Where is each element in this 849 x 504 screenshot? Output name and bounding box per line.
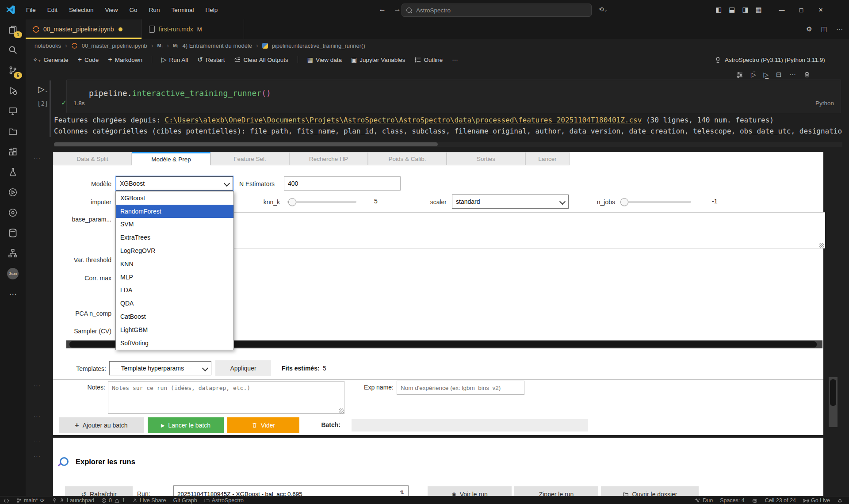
resize-handle[interactable] bbox=[339, 409, 344, 413]
problems-indicator[interactable]: 0 1 bbox=[98, 497, 129, 504]
clear-batch-button[interactable]: Vider bbox=[227, 417, 299, 433]
copilot-button[interactable] bbox=[748, 498, 761, 504]
sidebar-item-extensions[interactable] bbox=[0, 141, 26, 162]
duo-button[interactable]: Duo bbox=[692, 497, 716, 504]
gutter-dots[interactable]: ··· bbox=[34, 382, 41, 389]
sidebar-item-run-debug[interactable] bbox=[0, 80, 26, 101]
restart-button[interactable]: ↺Restart bbox=[197, 56, 225, 64]
run-cell-button[interactable]: ▷⌄ bbox=[38, 84, 48, 94]
toggle-secondary-sidebar-icon[interactable]: ◨ bbox=[742, 6, 748, 14]
sliders-icon[interactable] bbox=[736, 71, 743, 79]
notifications-button[interactable] bbox=[834, 498, 849, 504]
cell-input[interactable]: pipeline.interactive_training_runner() bbox=[66, 80, 841, 113]
widget-v-scrollbar[interactable] bbox=[829, 377, 838, 427]
kernel-picker[interactable]: AstroSpectro (Py3.11) (Python 3.11.9) bbox=[715, 52, 825, 67]
open-folder-button[interactable]: Ouvrir le dossier bbox=[601, 486, 699, 496]
menu-file[interactable]: File bbox=[20, 7, 42, 13]
launchpad-indicator[interactable]: Launchpad bbox=[48, 497, 98, 504]
gutter-dots[interactable]: ··· bbox=[34, 155, 41, 161]
sidebar-item-symbols[interactable] bbox=[0, 243, 26, 263]
jupyter-variables-button[interactable]: ▣Jupyter Variables bbox=[351, 56, 405, 63]
knn-k-slider[interactable] bbox=[287, 201, 356, 203]
scrollbar-thumb[interactable] bbox=[54, 142, 438, 146]
tab-data-split[interactable]: Data & Split bbox=[53, 152, 132, 165]
add-markdown-button[interactable]: +Markdown bbox=[108, 56, 142, 64]
zip-run-button[interactable]: Zipper le run bbox=[514, 486, 598, 496]
dropdown-option[interactable]: CatBoost bbox=[116, 310, 233, 323]
output-h-scrollbar[interactable] bbox=[54, 142, 842, 147]
git-branch-indicator[interactable]: main* ⟳ bbox=[13, 497, 48, 504]
clear-all-outputs-button[interactable]: Clear All Outputs bbox=[234, 57, 288, 63]
dropdown-option[interactable]: SVM bbox=[116, 218, 233, 231]
menu-view[interactable]: View bbox=[99, 7, 124, 13]
menu-terminal[interactable]: Terminal bbox=[165, 7, 199, 13]
split-editor-icon[interactable]: ◫ bbox=[821, 25, 827, 33]
scaler-select[interactable]: standard bbox=[452, 195, 569, 209]
markdown-cell-icon[interactable]: M↓ bbox=[157, 43, 163, 48]
sidebar-more[interactable]: ⋯ bbox=[0, 284, 26, 304]
refresh-runs-button[interactable]: ↺Rafraîchir bbox=[65, 486, 133, 496]
dropdown-option-highlighted[interactable]: RandomForest bbox=[116, 205, 233, 218]
menu-help[interactable]: Help bbox=[199, 7, 223, 13]
dropdown-option[interactable]: ExtraTrees bbox=[116, 231, 233, 244]
resize-handle[interactable] bbox=[819, 243, 824, 248]
tab-poids-calib[interactable]: Poids & Calib. bbox=[368, 152, 447, 165]
notes-textarea[interactable] bbox=[108, 381, 344, 414]
split-cell-icon[interactable]: ⊟ bbox=[776, 71, 782, 79]
remote-indicator[interactable] bbox=[0, 498, 13, 504]
tab-modele-prep[interactable]: Modèle & Prep bbox=[132, 152, 210, 165]
apply-template-button[interactable]: Appliquer bbox=[215, 360, 271, 376]
tab-lancer[interactable]: Lancer bbox=[525, 152, 570, 165]
go-live-button[interactable]: Go Live bbox=[799, 497, 834, 504]
sidebar-item-testing[interactable] bbox=[0, 162, 26, 182]
back-arrow-icon[interactable]: ← bbox=[379, 5, 386, 14]
modified-dot-icon[interactable] bbox=[119, 27, 122, 31]
batch-field[interactable] bbox=[352, 419, 588, 431]
spaces-indicator[interactable]: Spaces: 4 bbox=[716, 497, 748, 504]
tab-sorties[interactable]: Sorties bbox=[447, 152, 525, 165]
tab-first-run-mdx[interactable]: first-run.mdx M bbox=[142, 19, 244, 39]
n-estimators-input[interactable] bbox=[284, 176, 401, 191]
generate-button[interactable]: ✧₊Generate bbox=[33, 56, 69, 63]
menu-run[interactable]: Run bbox=[143, 7, 166, 13]
maximize-button[interactable]: ◻ bbox=[792, 0, 811, 19]
model-select[interactable]: XGBoost bbox=[116, 176, 233, 191]
templates-select[interactable]: — Template hyperparams — bbox=[109, 361, 211, 375]
breadcrumb-notebooks[interactable]: notebooks bbox=[34, 42, 61, 49]
sidebar-item-source-control[interactable]: 6 bbox=[0, 60, 26, 80]
git-graph-button[interactable]: Git Graph bbox=[170, 497, 201, 504]
editor-more-actions-icon[interactable]: ⋯ bbox=[836, 25, 843, 33]
menu-edit[interactable]: Edit bbox=[42, 7, 63, 13]
breadcrumb-file[interactable]: 00_master_pipeline.ipynb bbox=[82, 42, 147, 49]
minimize-button[interactable]: — bbox=[772, 0, 792, 19]
add-to-batch-button[interactable]: +Ajouter au batch bbox=[59, 417, 144, 433]
exp-name-input[interactable] bbox=[397, 381, 524, 395]
dropdown-option[interactable]: XGBoost bbox=[116, 191, 233, 205]
tab-feature-sel[interactable]: Feature Sel. bbox=[210, 152, 289, 165]
view-run-button[interactable]: ◉Voir le run bbox=[428, 486, 512, 496]
notebook-settings-gear-icon[interactable]: ⚙ bbox=[806, 25, 812, 33]
menu-selection[interactable]: Selection bbox=[63, 7, 99, 13]
command-center-search[interactable]: AstroSpectro bbox=[402, 4, 592, 17]
run-select[interactable]: 20251104T180945Z - XGBoost - bal_acc 0.6… bbox=[173, 485, 409, 496]
sidebar-item-live-preview[interactable] bbox=[0, 182, 26, 202]
session-sync-icon[interactable]: ⟲⌄ bbox=[599, 6, 608, 13]
scrollbar-thumb[interactable] bbox=[830, 379, 836, 406]
tab-recherche-hp[interactable]: Recherche HP bbox=[289, 152, 368, 165]
gutter-dots[interactable]: ··· bbox=[34, 453, 41, 459]
live-share-button[interactable]: Live Share bbox=[129, 497, 170, 504]
dropdown-option[interactable]: LDA bbox=[116, 284, 233, 297]
gutter-dots[interactable]: ··· bbox=[34, 437, 41, 444]
run-batch-button[interactable]: ▶Lancer le batch bbox=[148, 417, 224, 433]
slider-handle[interactable] bbox=[288, 198, 296, 206]
close-button[interactable]: ✕ bbox=[811, 0, 830, 19]
sidebar-item-json[interactable]: Json bbox=[0, 263, 26, 284]
csv-file-link[interactable]: C:\Users\alexb\OneDrive\Documents\Projet… bbox=[164, 116, 642, 124]
toggle-sidebar-icon[interactable]: ◧ bbox=[715, 6, 722, 14]
forward-arrow-icon[interactable]: → bbox=[394, 5, 401, 14]
dropdown-option[interactable]: SoftVoting bbox=[116, 336, 233, 350]
breadcrumb-section[interactable]: 4) Entraînement du modèle bbox=[183, 42, 252, 49]
dropdown-option[interactable]: LogRegOVR bbox=[116, 244, 233, 257]
sidebar-item-gitlens[interactable] bbox=[0, 202, 26, 223]
execute-below-icon[interactable]: ▷̲ bbox=[764, 71, 769, 79]
